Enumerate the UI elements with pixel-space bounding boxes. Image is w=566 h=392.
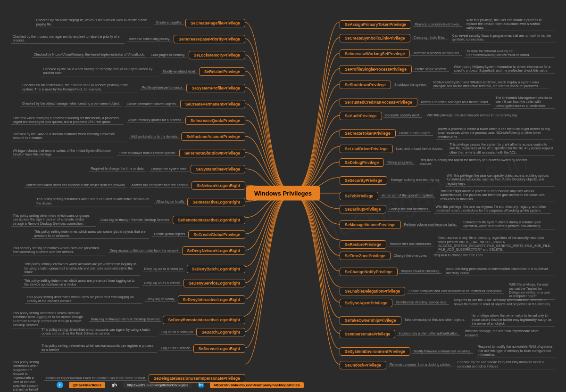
- privilege-node: SeUndockPrivilege: [340, 361, 386, 369]
- privilege-node: SeCreatePagefilePrivilege: [185, 19, 245, 27]
- detail-long: With this privilege, the user can impers…: [463, 329, 555, 338]
- detail-short: Allow log on through Remote Desktop Serv…: [99, 218, 171, 222]
- detail-short: Bypass traverse checking.: [399, 270, 441, 274]
- privilege-node: SeCreatePermanentPrivilege: [180, 100, 245, 108]
- detail-long: This policy setting determines which pro…: [11, 360, 41, 392]
- branch-SeDebugPrivilege: SeDebugPrivilegeDebug programs.Required …: [340, 158, 536, 167]
- detail-long: When using NtQuerySystemInformation to o…: [452, 65, 555, 74]
- branch-SeManageVolumePrivilege: SeManageVolumePrivilegePerform volume ma…: [340, 220, 557, 229]
- detail-short: Force shutdown from a remote system.: [117, 151, 178, 155]
- branch-SeSyncAgentPrivilege: SeSyncAgentPrivilegeSynchronize director…: [340, 298, 557, 307]
- privilege-node: SeTcbPrivilege: [340, 192, 378, 200]
- privilege-node: SeDenyServiceLogonRight: [183, 279, 245, 287]
- privilege-node: SeSyncAgentPrivilege: [340, 299, 392, 307]
- detail-short: Enable computer and user accounts to be …: [407, 289, 504, 294]
- detail-long: Required to change the time or date.: [89, 167, 146, 172]
- detail-short: Create global objects: [152, 232, 187, 237]
- branch-SeNetworkLogonRight: SeNetworkLogonRightAccess this computer …: [23, 181, 245, 190]
- branch-SeDenyNetworkLogonRight: SeDenyNetworkLogonRightDeny access to th…: [9, 246, 245, 255]
- detail-long: Checked by NtLockVirtualMemory, the kern…: [32, 53, 146, 57]
- privilege-node: SeSystemProfilePrivilege: [186, 84, 245, 92]
- detail-long: his privilege allows the owner value to …: [470, 314, 555, 327]
- branch-SeDenyRemoteInteractiveLogonRight: SeDenyRemoteInteractiveLogonRightDeny lo…: [9, 311, 245, 328]
- detail-short: Deny log on as a service: [142, 281, 182, 286]
- branch-SeDelegateSessionUserImpersonatePrivilege: SeDelegateSessionUserImpersonatePrivileg…: [9, 360, 245, 392]
- branch-SeCreatePagefilePrivilege: SeCreatePagefilePrivilegeCreate a pagefi…: [33, 18, 245, 27]
- detail-short: Change the system time.: [149, 167, 189, 172]
- branch-SeEnableDelegationPrivilege: SeEnableDelegationPrivilegeEnable comput…: [340, 283, 557, 300]
- detail-long: Determines which users can connect to th…: [24, 183, 127, 188]
- branch-SeAuditPrivilege: SeAuditPrivilegeGenerate security audit.…: [340, 112, 521, 120]
- branch-SeLockMemoryPrivilege: SeLockMemoryPrivilegeLock pages in memor…: [30, 51, 245, 59]
- detail-short: Change the time zone.: [392, 254, 429, 258]
- privilege-node: SeDebugPrivilege: [340, 158, 384, 167]
- branch-SeAssignPrimaryTokenPrivilege: SeAssignPrimaryTokenPrivilegeReplace a p…: [340, 18, 557, 31]
- detail-short: Create a pagefile.: [154, 21, 184, 25]
- detail-short: Impersonate a client after authenticatio…: [397, 332, 460, 336]
- privilege-node: SeCreateGlobalPrivilege: [188, 230, 245, 239]
- detail-short: Profile system performance.: [140, 86, 185, 90]
- detail-long: Required to debug and adjust the memory …: [417, 158, 534, 167]
- detail-short: Create permanent shared objects.: [125, 102, 179, 106]
- detail-long: With this privilege, the user can initia…: [465, 18, 555, 31]
- branch-SeRelabelPrivilege: SeRelabelPrivilegeModify an object label…: [40, 67, 245, 76]
- privilege-node: SeDenyRemoteInteractiveLogonRight: [163, 316, 245, 324]
- privilege-node: SeTakeOwnershipPrivilege: [340, 316, 401, 325]
- branch-SeIncreaseBasePriorityPrivilege: SeIncreaseBasePriorityPrivilegeIncrease …: [9, 35, 245, 44]
- detail-short: Log on as a batch job: [159, 330, 195, 335]
- privilege-node: SeImpersonatePrivilege: [340, 330, 395, 338]
- privilege-node: SeIncreaseWorkingSetPrivilege: [340, 49, 410, 58]
- privilege-node: SeNetworkLogonRight: [191, 181, 245, 190]
- detail-long: This policy setting determines which use…: [34, 197, 151, 206]
- branch-SeSystemEnvironmentPrivilege: SeSystemEnvironmentPrivilegeModify firmw…: [340, 345, 557, 358]
- branch-SeChangeNotifyPrivilege: SeChangeNotifyPrivilegeBypass traverse c…: [340, 267, 557, 276]
- detail-short: Increase a process working set.: [411, 51, 461, 56]
- detail-short: Modify firmware environment variables.: [412, 350, 473, 354]
- branch-SeTimeZonePrivilege: SeTimeZonePrivilegeChange the time zone.…: [340, 252, 487, 260]
- privilege-node: SeRestorePrivilege: [340, 240, 386, 249]
- detail-long: Checked by the process manager and is re…: [11, 35, 125, 44]
- privilege-node: SeSecurityPrivilege: [340, 176, 387, 185]
- detail-long: Checked by the user-mode Plug and Play m…: [456, 360, 555, 369]
- privilege-node: SeRemoteInteractiveLogonRight: [173, 216, 245, 224]
- detail-long: With this privilege, the user can specif…: [445, 174, 555, 187]
- detail-short: Access this computer from the network: [130, 183, 191, 188]
- detail-short: Lock pages in memory.: [150, 53, 187, 57]
- detail-short: Create a token object.: [397, 131, 433, 136]
- branch-SeRemoteShutdownPrivilege: SeRemoteShutdownPrivilegeForce shutdown …: [9, 149, 245, 158]
- branch-SeIncreaseQuotaPrivilege: SeIncreaseQuotaPrivilegeAdjust memory qu…: [9, 116, 245, 125]
- branch-SeRestorePrivilege: SeRestorePrivilegeRestore files and dire…: [340, 236, 555, 253]
- detail-long: With this privilege, the user can add en…: [425, 114, 520, 118]
- detail-short: Generate security audit.: [383, 114, 422, 118]
- detail-long: This user right allows a process to impe…: [438, 189, 555, 202]
- mindmap-container: Windows Privileges SeCreatePagefilePrivi…: [9, 9, 557, 377]
- branch-SeSecurityPrivilege: SeSecurityPrivilegeManage auditing and s…: [340, 174, 557, 187]
- detail-long: Avoid checking permissions on intermedia…: [444, 267, 555, 276]
- detail-short: Obtain an impersonation token for anothe…: [44, 376, 147, 381]
- detail-short: Deny access to this computer from the ne…: [108, 249, 181, 253]
- detail-short: Backup file and directories.: [388, 207, 431, 212]
- detail-long: Checked by the SRM when raising the inte…: [41, 67, 158, 76]
- detail-short: Deny log on through Remote Desktop Servi…: [89, 318, 162, 322]
- privilege-node: SeSystemEnvironmentPrivilege: [340, 347, 410, 356]
- detail-short: Shutdown the system.: [392, 83, 429, 87]
- detail-short: Replace a process-level token.: [413, 23, 462, 27]
- detail-long: This policy setting determines which ser…: [40, 344, 157, 353]
- branch-SeIncreaseWorkingSetPrivilege: SeIncreaseWorkingSetPrivilegeIncrease a …: [340, 49, 557, 58]
- privilege-node: SeDenyInteractiveLogonRight: [178, 295, 245, 304]
- privilege-node: SeProfileSingleProcessPrivilege: [340, 65, 412, 74]
- detail-short: Log on as a service: [159, 346, 192, 351]
- privilege-node: SeShutdownPrivilege: [340, 81, 391, 89]
- detail-short: Adjust memory quotas for a process.: [126, 118, 184, 122]
- privilege-node: SeIncreaseQuotaPrivilege: [185, 116, 245, 125]
- privilege-node: SeMachineAccountPrivilege: [181, 132, 245, 141]
- detail-long: Enforced when changing a process's worki…: [11, 116, 124, 125]
- detail-short: Perform volume maintenance tasks.: [402, 223, 459, 227]
- branch-SeTcbPrivilege: SeTcbPrivilegeAct as part of the operati…: [340, 189, 557, 202]
- detail-short: Manage auditing and security log.: [389, 178, 442, 182]
- branch-SeCreateTokenPrivilege: SeCreateTokenPrivilegeCreate a token obj…: [340, 127, 554, 140]
- detail-long: This policy setting determines which acc…: [40, 328, 157, 337]
- branch-SeTakeOwnershipPrivilege: SeTakeOwnershipPrivilegeTake ownership o…: [340, 314, 557, 327]
- privilege-node: SeLockMemoryPrivilege: [189, 51, 245, 59]
- detail-long: Checked by the SAM on a domain controlle…: [11, 132, 126, 141]
